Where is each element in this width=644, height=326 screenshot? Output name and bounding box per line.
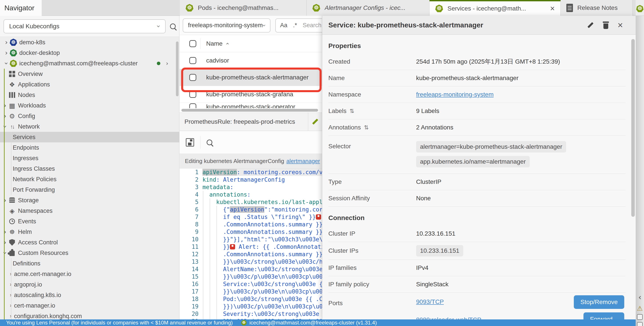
- sidebar-item-overview[interactable]: Overview: [0, 69, 179, 79]
- chevron-right-icon[interactable]: ›: [2, 197, 8, 204]
- sidebar-item-ingresses[interactable]: Ingresses: [0, 153, 179, 164]
- code-line: 8 .CommonAnnotations.summary }}: [180, 221, 322, 228]
- kubeconfig-select-row: Local Kubeconfigs ›: [0, 16, 179, 37]
- sidebar-item-custom-resources[interactable]: ›Custom Resources: [0, 248, 179, 258]
- sidebar-item-services[interactable]: Services: [0, 132, 179, 142]
- tab-release-notes[interactable]: Release Notes: [561, 0, 632, 16]
- chevron-right-icon[interactable]: ›: [2, 113, 8, 119]
- row-checkbox[interactable]: [189, 103, 196, 108]
- chevron-right-icon[interactable]: ›: [3, 39, 10, 46]
- chevron-right-icon[interactable]: ›: [3, 50, 10, 56]
- sidebar-item-cert-manager-io[interactable]: ›cert-manager.io: [0, 300, 179, 311]
- chevron-right-icon[interactable]: ›: [8, 314, 14, 319]
- regex-icon[interactable]: .*: [293, 22, 297, 29]
- chevron-right-icon[interactable]: ›: [8, 271, 14, 277]
- chevron-right-icon[interactable]: ›: [8, 303, 14, 308]
- tab-services[interactable]: ☸Services - icecheng@math...×: [430, 0, 561, 16]
- sidebar-item-docker-desktop[interactable]: ›☸docker-desktop: [0, 48, 179, 58]
- navigator-panel-tab[interactable]: Navigator: [0, 0, 42, 16]
- editor-search-icon[interactable]: [206, 140, 212, 145]
- namespace-link[interactable]: freeleaps-monitoring-system: [416, 91, 494, 98]
- scrollbar-thumb[interactable]: [176, 42, 178, 96]
- panel-box-icon[interactable]: [636, 322, 643, 326]
- chevron-down-icon[interactable]: ›: [2, 123, 8, 130]
- drawer-scrollbar[interactable]: [631, 37, 635, 317]
- sidebar-item-config[interactable]: ›⚙Config: [0, 111, 179, 121]
- sidebar-item-helm[interactable]: ›☸Helm: [0, 226, 179, 237]
- scrollbar-thumb[interactable]: [631, 39, 635, 217]
- search-input[interactable]: Aa .* Search: [275, 18, 322, 32]
- table-row-kube-prometheus-stack-operator[interactable]: kube-prometheus-stack-operator: [180, 103, 322, 108]
- sidebar-item-port-forwarding[interactable]: Port Forwarding: [0, 184, 179, 195]
- properties-heading: Properties: [328, 35, 626, 54]
- sidebar-item-configuration-konghq-com[interactable]: ›configuration.konghq.com: [0, 311, 179, 320]
- sidebar-item-endpoints[interactable]: Endpoints: [0, 142, 179, 153]
- sidebar-item-storage[interactable]: ›Storage: [0, 195, 179, 206]
- port-link-8080[interactable]: 8080:reloader-web/TCP: [416, 316, 481, 320]
- expand-sort-icon[interactable]: ⇅: [364, 124, 369, 131]
- save-icon[interactable]: [186, 138, 194, 146]
- chevron-right-icon[interactable]: ›: [8, 292, 14, 298]
- table-row-kube-prometheus-stack-alertmanager[interactable]: kube-prometheus-stack-alertmanager: [180, 69, 322, 86]
- tab-pods[interactable]: ☸Pods - icecheng@mathmas...: [180, 0, 307, 16]
- yaml-editor[interactable]: 1apiVersion: monitoring.coreos.com/v12ki…: [180, 168, 322, 320]
- scrollbar-thumb[interactable]: [182, 109, 318, 112]
- sidebar-item-network[interactable]: ›↑↓Network: [0, 121, 179, 132]
- sidebar-item-label: Ingress Classes: [13, 166, 55, 172]
- sidebar-item-network-policies[interactable]: Network Policies: [0, 174, 179, 184]
- chevron-right-icon[interactable]: ›: [2, 239, 8, 246]
- table-row-kube-prometheus-stack-grafana[interactable]: kube-prometheus-stack-grafana: [180, 86, 322, 103]
- chevron-right-icon[interactable]: ›: [2, 102, 8, 109]
- delete-icon[interactable]: [602, 22, 609, 29]
- sidebar-item-access-control[interactable]: ›Access Control: [0, 237, 179, 248]
- column-header-name[interactable]: Name ›: [206, 40, 228, 47]
- sidebar-item-demo-k8s[interactable]: ›☸demo-k8s: [0, 37, 179, 48]
- sidebar-item-events[interactable]: Events: [0, 216, 179, 226]
- expand-sort-icon[interactable]: ⇅: [350, 108, 354, 114]
- partial-tab[interactable]: ☸: [636, 0, 644, 16]
- sidebar-item-ingress-classes[interactable]: Ingress Classes: [0, 164, 179, 174]
- panel-box-icon[interactable]: [636, 314, 643, 320]
- tab-alertmanager-configs[interactable]: ☸Alertmanager Configs - icec...: [307, 0, 430, 16]
- edit-icon[interactable]: [587, 22, 594, 29]
- active-cluster-status[interactable]: ☸ icecheng@mathmast.com@freeleaps-cluste…: [241, 320, 377, 326]
- sidebar-item-namespaces[interactable]: ◈Namespaces: [0, 206, 179, 216]
- match-case-icon[interactable]: Aa: [280, 22, 287, 29]
- stop-remove-button[interactable]: Stop/Remove: [574, 295, 624, 309]
- row-checkbox[interactable]: [189, 57, 196, 64]
- search-icon[interactable]: [170, 24, 176, 29]
- sidebar-item-freeleaps-cluster[interactable]: ›☸icecheng@mathmast.com@freeleaps-cluste…: [0, 58, 179, 69]
- warning-icon[interactable]: ⚠: [636, 304, 643, 312]
- row-checkbox[interactable]: [189, 74, 196, 81]
- chevron-right-icon[interactable]: ›: [8, 282, 14, 287]
- sidebar-item-label: Config: [18, 113, 35, 120]
- sidebar-item-nodes[interactable]: Nodes: [0, 90, 179, 100]
- edit-icon[interactable]: [312, 118, 319, 126]
- sidebar-item-autoscaling-k8s-io[interactable]: ›autoscaling.k8s.io: [0, 290, 179, 300]
- alertmanager-config-link[interactable]: alertmanager: [286, 158, 320, 164]
- kubeconfig-select[interactable]: Local Kubeconfigs ›: [4, 19, 166, 33]
- port-link-9093[interactable]: 9093/TCP: [416, 298, 481, 306]
- service-name: kube-prometheus-stack-operator: [206, 103, 295, 108]
- horizontal-scrollbar[interactable]: [180, 108, 322, 112]
- line-number: 17: [180, 288, 202, 295]
- sidebar-item-applications[interactable]: ❖Applications: [0, 79, 179, 90]
- chevron-down-icon[interactable]: ›: [2, 250, 8, 256]
- close-tab-icon[interactable]: ×: [550, 4, 555, 12]
- select-all-checkbox[interactable]: [189, 40, 196, 47]
- drawer-body: Properties Created 254d 17h 50m ago (202…: [322, 35, 636, 320]
- sidebar-item-argoproj-io[interactable]: ›argoproj.io: [0, 279, 179, 290]
- table-row-cadvisor[interactable]: cadvisor: [180, 52, 322, 69]
- collapse-chevron[interactable]: ›: [636, 294, 643, 302]
- forward-button[interactable]: Forward...: [584, 312, 624, 320]
- sidebar-item-workloads[interactable]: ›▦Workloads: [0, 100, 179, 111]
- chevron-down-icon[interactable]: ›: [3, 60, 10, 67]
- row-checkbox[interactable]: [189, 91, 196, 98]
- sidebar-item-label: Overview: [18, 71, 43, 78]
- sidebar-item-definitions[interactable]: Definitions: [0, 258, 179, 269]
- namespace-select[interactable]: freeleaps-monitoring-system ›: [183, 18, 270, 32]
- sidebar-item-acme-cert-manager-io[interactable]: ›acme.cert-manager.io: [0, 269, 179, 279]
- code-line: 1apiVersion: monitoring.coreos.com/v1: [180, 168, 322, 176]
- close-icon[interactable]: ×: [618, 20, 623, 30]
- chevron-right-icon[interactable]: ›: [2, 228, 8, 235]
